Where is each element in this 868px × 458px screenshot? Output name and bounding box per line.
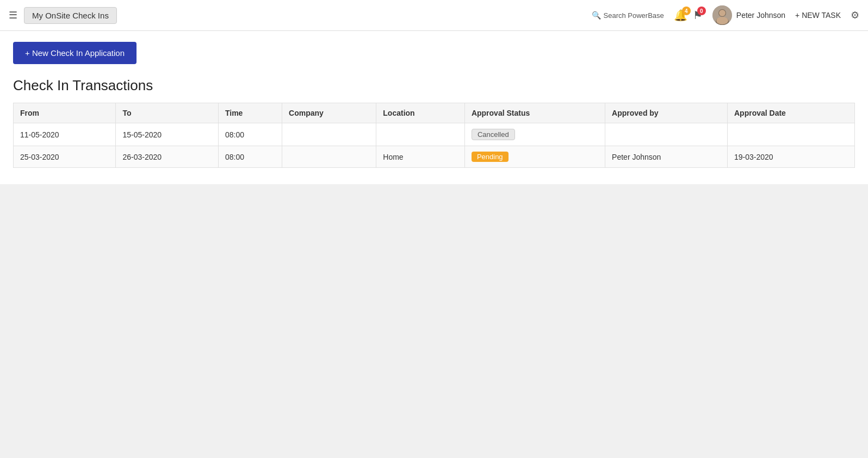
- table-body: 11-05-2020 15-05-2020 08:00 Cancelled 25…: [14, 123, 855, 168]
- transactions-table: From To Time Company Location Approval S…: [13, 103, 855, 168]
- messages-button[interactable]: ⚑ 0: [693, 9, 703, 22]
- topnav-left: ☰ My OnSite Check Ins: [9, 7, 117, 24]
- col-approval-date: Approval Date: [728, 103, 855, 123]
- col-approval-status: Approval Status: [464, 103, 605, 123]
- table-header: From To Time Company Location Approval S…: [14, 103, 855, 123]
- username-label: Peter Johnson: [736, 11, 785, 20]
- cell-approved-by: [605, 123, 728, 146]
- cell-company: [282, 146, 376, 168]
- cell-company: [282, 123, 376, 146]
- notifications-badge: 4: [682, 7, 691, 15]
- status-badge: Cancelled: [472, 129, 515, 140]
- status-badge: Pending: [472, 152, 509, 162]
- table-row[interactable]: 25-03-2020 26-03-2020 08:00 Home Pending…: [14, 146, 855, 168]
- search-icon: 🔍: [592, 11, 601, 20]
- col-location: Location: [376, 103, 465, 123]
- col-time: Time: [218, 103, 282, 123]
- cell-time: 08:00: [218, 123, 282, 146]
- col-company: Company: [282, 103, 376, 123]
- settings-icon[interactable]: ⚙: [851, 9, 859, 21]
- cell-from: 25-03-2020: [14, 146, 116, 168]
- main-content: + New Check In Application Check In Tran…: [0, 31, 868, 458]
- col-to: To: [116, 103, 218, 123]
- user-area[interactable]: Peter Johnson: [712, 5, 785, 25]
- content-area: + New Check In Application Check In Tran…: [0, 31, 868, 184]
- cell-approval-date: [728, 123, 855, 146]
- svg-point-4: [716, 17, 728, 24]
- col-from: From: [14, 103, 116, 123]
- cell-approval-status: Pending: [464, 146, 605, 168]
- new-checkin-button[interactable]: + New Check In Application: [13, 42, 137, 64]
- svg-point-3: [719, 10, 726, 16]
- cell-to: 26-03-2020: [116, 146, 218, 168]
- hamburger-icon[interactable]: ☰: [9, 9, 17, 21]
- topnav: ☰ My OnSite Check Ins 🔍 Search PowerBase…: [0, 0, 868, 31]
- cell-approval-date: 19-03-2020: [728, 146, 855, 168]
- cell-to: 15-05-2020: [116, 123, 218, 146]
- col-approved-by: Approved by: [605, 103, 728, 123]
- cell-location: [376, 123, 465, 146]
- cell-location: Home: [376, 146, 465, 168]
- new-task-button[interactable]: + NEW TASK: [795, 11, 841, 20]
- table-row[interactable]: 11-05-2020 15-05-2020 08:00 Cancelled: [14, 123, 855, 146]
- search-powerbase[interactable]: 🔍 Search PowerBase: [592, 11, 664, 20]
- cell-approved-by: Peter Johnson: [605, 146, 728, 168]
- section-title: Check In Transactions: [13, 77, 855, 94]
- avatar: [712, 5, 732, 25]
- messages-badge: 0: [697, 7, 706, 15]
- search-label: Search PowerBase: [604, 11, 664, 20]
- cell-time: 08:00: [218, 146, 282, 168]
- app-title-button[interactable]: My OnSite Check Ins: [24, 7, 117, 24]
- topnav-right: 🔍 Search PowerBase 🔔 4 ⚑ 0: [592, 5, 859, 25]
- cell-from: 11-05-2020: [14, 123, 116, 146]
- notification-group: 🔔 4 ⚑ 0: [674, 9, 703, 22]
- notifications-button[interactable]: 🔔 4: [674, 9, 687, 22]
- cell-approval-status: Cancelled: [464, 123, 605, 146]
